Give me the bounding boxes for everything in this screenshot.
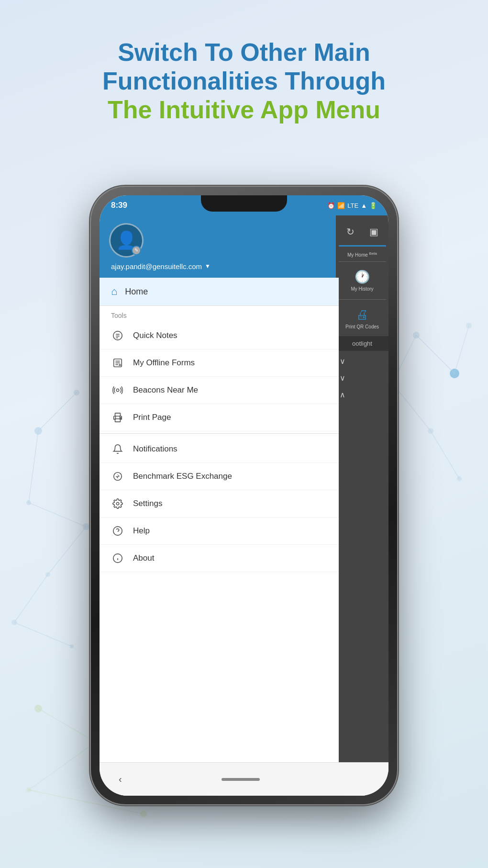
history-label: My History xyxy=(351,286,373,292)
svg-point-31 xyxy=(113,331,122,340)
home-pill[interactable] xyxy=(222,778,260,781)
print-icon xyxy=(111,411,124,424)
menu-item-about[interactable]: About xyxy=(100,545,339,572)
avatar-badge: ✎ xyxy=(132,246,141,255)
right-panel-top-icons: ↻ ▣ xyxy=(336,222,388,241)
home-icon: ⌂ xyxy=(111,285,117,298)
wifi-icon: 📶 xyxy=(337,202,345,209)
svg-line-13 xyxy=(29,503,86,527)
scan-icon[interactable]: ▣ xyxy=(369,226,378,237)
menu-item-help[interactable]: Help xyxy=(100,518,339,545)
dropdown-arrow-icon: ▼ xyxy=(205,263,211,270)
benchmark-label: Benchmark ESG Exchange xyxy=(133,472,232,481)
help-icon xyxy=(111,524,124,538)
offline-forms-label: My Offline Forms xyxy=(133,358,195,368)
chevron-down-2[interactable]: ∨ xyxy=(340,373,388,383)
phone-shell: 8:39 ⏰ 📶 LTE ▲ 🔋 👤 ✎ aja xyxy=(91,187,397,804)
svg-line-26 xyxy=(416,335,455,373)
about-icon xyxy=(111,552,124,565)
menu-item-beacons[interactable]: Beacons Near Me xyxy=(100,377,339,404)
menu-item-settings[interactable]: Settings xyxy=(100,490,339,518)
menu-item-print-page[interactable]: Print Page xyxy=(100,404,339,431)
headline-line2: Functionalities Through xyxy=(29,67,459,96)
my-home-label: My Home Beta xyxy=(346,250,378,259)
battery-icon: 🔋 xyxy=(369,202,377,209)
home-label: Home xyxy=(125,287,148,297)
beacons-label: Beacons Near Me xyxy=(133,385,198,395)
svg-point-44 xyxy=(121,417,122,418)
rp-divider-2 xyxy=(339,299,386,300)
avatar[interactable]: 👤 ✎ xyxy=(109,223,144,258)
menu-section-tools: Tools xyxy=(100,306,339,322)
status-icons: ⏰ 📶 LTE ▲ 🔋 xyxy=(327,202,377,209)
phone-screen: 8:39 ⏰ 📶 LTE ▲ 🔋 👤 ✎ aja xyxy=(100,195,388,796)
help-label: Help xyxy=(133,526,150,536)
svg-line-11 xyxy=(38,393,77,431)
phone-notch xyxy=(201,195,287,212)
svg-point-47 xyxy=(113,527,122,535)
benchmark-icon xyxy=(111,470,124,483)
svg-line-16 xyxy=(14,622,72,646)
notifications-icon xyxy=(111,442,124,456)
svg-point-41 xyxy=(116,389,119,392)
settings-icon xyxy=(111,497,124,510)
spotlight-label: ootlight xyxy=(336,336,388,351)
svg-line-27 xyxy=(455,326,469,373)
svg-point-46 xyxy=(116,502,119,505)
qr-label: Print QR Codes xyxy=(345,324,379,329)
print-page-label: Print Page xyxy=(133,413,171,422)
phone-bottom-bar: ‹ xyxy=(100,762,388,796)
right-panel: ↻ ▣ My Home Beta 🕐 My History 🖨 Print QR… xyxy=(336,215,388,762)
email-row[interactable]: ajay.pandit@gensuitellc.com ▼ xyxy=(109,262,329,271)
alarm-icon: ⏰ xyxy=(327,202,335,209)
svg-line-18 xyxy=(29,742,96,790)
notifications-label: Notifications xyxy=(133,444,177,454)
header-top: 👤 ✎ xyxy=(109,223,329,258)
headline-line1: Switch To Other Main xyxy=(29,38,459,67)
app-header: 👤 ✎ ajay.pandit@gensuitellc.com ▼ xyxy=(100,215,339,278)
menu-divider-1 xyxy=(100,433,339,434)
qr-icon: 🖨 xyxy=(356,307,368,322)
settings-label: Settings xyxy=(133,499,162,508)
menu-item-home[interactable]: ⌂ Home xyxy=(100,278,339,306)
about-label: About xyxy=(133,553,154,563)
chevron-down-1[interactable]: ∨ xyxy=(340,357,388,366)
svg-line-14 xyxy=(48,527,86,575)
rp-item-qr[interactable]: 🖨 Print QR Codes xyxy=(336,303,388,334)
menu-item-offline-forms[interactable]: My Offline Forms xyxy=(100,349,339,377)
svg-line-15 xyxy=(14,575,48,622)
phone-mockup: 8:39 ⏰ 📶 LTE ▲ 🔋 👤 ✎ aja xyxy=(91,187,397,804)
signal-icon: ▲ xyxy=(361,202,367,209)
quick-notes-icon xyxy=(111,329,124,342)
headline-line3: The Intuitive App Menu xyxy=(29,96,459,124)
progress-bar xyxy=(339,245,386,247)
spotlight-text: ootlight xyxy=(352,340,372,347)
menu-list: ⌂ Home Tools Quick Notes xyxy=(100,278,339,762)
quick-notes-label: Quick Notes xyxy=(133,331,177,340)
chevron-up[interactable]: ∧ xyxy=(340,390,388,399)
back-button[interactable]: ‹ xyxy=(119,774,122,785)
menu-item-quick-notes[interactable]: Quick Notes xyxy=(100,322,339,349)
refresh-icon[interactable]: ↻ xyxy=(346,226,355,237)
rp-item-history[interactable]: 🕐 My History xyxy=(336,265,388,296)
svg-line-29 xyxy=(392,383,431,431)
beacons-icon xyxy=(111,383,124,397)
svg-line-30 xyxy=(431,431,459,479)
user-email: ajay.pandit@gensuitellc.com xyxy=(111,262,202,271)
svg-line-12 xyxy=(29,431,38,503)
rp-divider-1 xyxy=(339,261,386,262)
offline-forms-icon xyxy=(111,356,124,370)
menu-item-benchmark[interactable]: Benchmark ESG Exchange xyxy=(100,463,339,490)
lte-label: LTE xyxy=(347,202,358,209)
svg-rect-43 xyxy=(115,413,121,416)
status-time: 8:39 xyxy=(111,201,127,210)
rp-chevrons: ∨ ∨ ∧ xyxy=(336,357,388,399)
menu-item-notifications[interactable]: Notifications xyxy=(100,436,339,463)
history-icon: 🕐 xyxy=(355,270,370,284)
svg-line-17 xyxy=(38,709,96,742)
headline: Switch To Other Main Functionalities Thr… xyxy=(0,38,488,124)
